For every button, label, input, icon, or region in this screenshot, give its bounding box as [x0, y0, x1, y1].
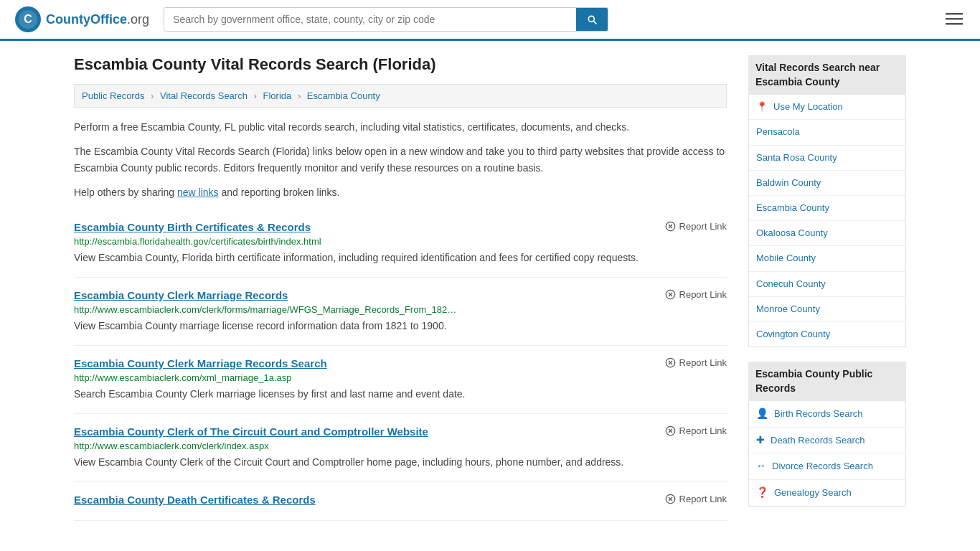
svg-text:C: C — [24, 13, 32, 25]
result-desc: Search Escambia County Clerk marriage li… — [74, 387, 727, 402]
report-link[interactable]: Report Link — [665, 289, 727, 300]
list-item: Pensacola — [749, 120, 905, 145]
breadcrumb-vital-records[interactable]: Vital Records Search — [160, 90, 248, 101]
search-input[interactable] — [164, 8, 576, 31]
new-links-link[interactable]: new links — [177, 187, 219, 198]
result-item: Escambia County Clerk of The Circuit Cou… — [74, 414, 727, 482]
sidebar-divorce-records[interactable]: ↔ Divorce Records Search — [749, 453, 905, 479]
logo[interactable]: C CountyOffice.org — [14, 6, 149, 33]
sidebar-public-records-list: 👤 Birth Records Search ✚ Death Records S… — [748, 401, 906, 506]
list-item: ↔ Divorce Records Search — [749, 453, 905, 480]
hamburger-icon — [946, 10, 963, 27]
cross-icon: ✚ — [756, 433, 765, 448]
result-header: Escambia County Birth Certificates & Rec… — [74, 221, 727, 233]
result-url[interactable]: http://escambia.floridahealth.gov/certif… — [74, 236, 727, 247]
header: C CountyOffice.org — [0, 0, 980, 41]
sidebar-death-records[interactable]: ✚ Death Records Search — [749, 428, 905, 453]
list-item: ✚ Death Records Search — [749, 428, 905, 454]
list-item: ❓ Genealogy Search — [749, 480, 905, 506]
list-item: Escambia County — [749, 196, 905, 221]
logo-icon: C — [14, 6, 42, 33]
list-item: Mobile County — [749, 246, 905, 271]
breadcrumb-sep-2: › — [254, 90, 257, 101]
arrows-icon: ↔ — [756, 459, 766, 474]
result-url[interactable]: http://www.escambiaclerk.com/xml_marriag… — [74, 372, 727, 383]
breadcrumb: Public Records › Vital Records Search › … — [74, 84, 727, 108]
result-header: Escambia County Death Certificates & Rec… — [74, 494, 727, 506]
list-item: Monroe County — [749, 297, 905, 322]
sidebar-nearby-title: Vital Records Search near Escambia Count… — [748, 55, 906, 95]
list-item: 👤 Birth Records Search — [749, 401, 905, 428]
sidebar-use-my-location[interactable]: 📍 Use My Location — [749, 95, 905, 119]
menu-button[interactable] — [943, 7, 966, 32]
list-item: Okaloosa County — [749, 221, 905, 246]
report-icon — [665, 494, 676, 504]
report-icon — [665, 357, 676, 368]
breadcrumb-escambia[interactable]: Escambia County — [307, 90, 380, 101]
sidebar-item-mobile[interactable]: Mobile County — [749, 246, 905, 270]
sidebar-item-conecuh[interactable]: Conecuh County — [749, 272, 905, 296]
list-item: Santa Rosa County — [749, 146, 905, 171]
result-desc: View Escambia County marriage license re… — [74, 319, 727, 334]
sidebar-item-monroe[interactable]: Monroe County — [749, 297, 905, 321]
report-icon — [665, 221, 676, 232]
description-para1: Perform a free Escambia County, FL publi… — [74, 119, 727, 135]
report-icon — [665, 289, 676, 300]
sidebar-genealogy-search[interactable]: ❓ Genealogy Search — [749, 480, 905, 506]
sidebar-item-covington[interactable]: Covington County — [749, 322, 905, 347]
result-desc: View Escambia County, Florida birth cert… — [74, 250, 727, 265]
search-bar — [164, 7, 608, 32]
result-title[interactable]: Escambia County Death Certificates & Rec… — [74, 494, 316, 506]
report-link[interactable]: Report Link — [665, 494, 727, 504]
report-link[interactable]: Report Link — [665, 221, 727, 232]
result-item: Escambia County Clerk Marriage Records S… — [74, 346, 727, 414]
svg-rect-4 — [946, 18, 963, 20]
sidebar-item-pensacola[interactable]: Pensacola — [749, 120, 905, 144]
list-item: Baldwin County — [749, 171, 905, 196]
result-header: Escambia County Clerk Marriage Records S… — [74, 357, 727, 369]
search-button[interactable] — [576, 8, 608, 31]
sidebar: Vital Records Search near Escambia Count… — [748, 55, 906, 521]
sidebar-item-escambia[interactable]: Escambia County — [749, 196, 905, 220]
result-title[interactable]: Escambia County Clerk Marriage Records S… — [74, 357, 327, 369]
result-title[interactable]: Escambia County Clerk of The Circuit Cou… — [74, 425, 428, 438]
result-item: Escambia County Death Certificates & Rec… — [74, 482, 727, 521]
list-item: 📍 Use My Location — [749, 95, 905, 120]
result-desc: View Escambia County Clerk of the Circui… — [74, 455, 727, 470]
svg-rect-5 — [946, 23, 963, 25]
result-item: Escambia County Birth Certificates & Rec… — [74, 209, 727, 278]
report-link[interactable]: Report Link — [665, 425, 727, 436]
sidebar-item-santa-rosa[interactable]: Santa Rosa County — [749, 146, 905, 170]
report-link[interactable]: Report Link — [665, 357, 727, 368]
breadcrumb-public-records[interactable]: Public Records — [82, 90, 144, 101]
result-header: Escambia County Clerk Marriage Records R… — [74, 289, 727, 301]
list-item: Covington County — [749, 322, 905, 347]
page-title: Escambia County Vital Records Search (Fl… — [74, 55, 727, 74]
person-icon: 👤 — [756, 407, 768, 421]
result-url[interactable]: http://www.escambiaclerk.com/clerk/forms… — [74, 304, 727, 315]
description-para2: The Escambia County Vital Records Search… — [74, 143, 727, 176]
sidebar-item-baldwin[interactable]: Baldwin County — [749, 171, 905, 195]
result-title[interactable]: Escambia County Clerk Marriage Records — [74, 289, 288, 301]
result-title[interactable]: Escambia County Birth Certificates & Rec… — [74, 221, 311, 233]
sidebar-birth-records[interactable]: 👤 Birth Records Search — [749, 401, 905, 427]
result-header: Escambia County Clerk of The Circuit Cou… — [74, 425, 727, 438]
search-icon — [586, 14, 598, 25]
sidebar-nearby-list: 📍 Use My Location Pensacola Santa Rosa C… — [748, 95, 906, 347]
main-container: Escambia County Vital Records Search (Fl… — [60, 41, 920, 535]
result-url[interactable]: http://www.escambiaclerk.com/clerk/index… — [74, 441, 727, 451]
breadcrumb-florida[interactable]: Florida — [263, 90, 292, 101]
svg-rect-3 — [946, 13, 963, 15]
results-list: Escambia County Birth Certificates & Rec… — [74, 209, 727, 521]
location-icon: 📍 — [756, 100, 768, 113]
breadcrumb-sep-1: › — [151, 90, 154, 101]
content-area: Escambia County Vital Records Search (Fl… — [74, 55, 727, 521]
list-item: Conecuh County — [749, 272, 905, 297]
breadcrumb-sep-3: › — [298, 90, 301, 101]
logo-text: CountyOffice.org — [46, 12, 149, 27]
description-para3: Help others by sharing new links and rep… — [74, 184, 727, 200]
result-item: Escambia County Clerk Marriage Records R… — [74, 278, 727, 346]
question-icon: ❓ — [756, 486, 768, 500]
report-icon — [665, 425, 676, 436]
sidebar-item-okaloosa[interactable]: Okaloosa County — [749, 221, 905, 245]
